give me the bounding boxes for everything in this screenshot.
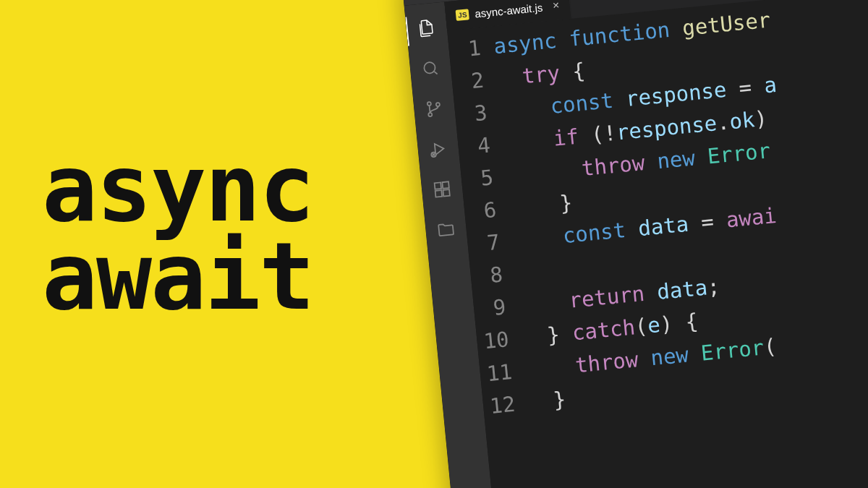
line-number: 4 xyxy=(457,129,492,164)
branch-icon xyxy=(424,98,445,121)
files-icon xyxy=(417,18,438,41)
activity-extensions[interactable] xyxy=(420,170,464,211)
line-number: 12 xyxy=(482,388,516,424)
hero-title: async await xyxy=(42,145,313,320)
code-editor[interactable]: 123456789101112 async function getUser t… xyxy=(447,0,868,488)
svg-point-1 xyxy=(427,102,431,106)
activity-explorer[interactable] xyxy=(405,9,449,50)
svg-rect-5 xyxy=(435,182,441,189)
svg-rect-7 xyxy=(443,189,449,196)
activity-search[interactable] xyxy=(409,49,453,90)
line-number: 6 xyxy=(463,194,498,229)
line-number: 9 xyxy=(472,291,507,326)
hero-line-2: await xyxy=(42,233,313,321)
svg-point-3 xyxy=(436,103,440,106)
js-badge-icon: JS xyxy=(456,9,470,21)
activity-source-control[interactable] xyxy=(412,90,456,131)
line-number: 1 xyxy=(448,32,482,67)
svg-rect-8 xyxy=(442,181,448,188)
line-number: 5 xyxy=(460,161,495,197)
extensions-icon xyxy=(432,179,453,202)
folder-icon xyxy=(435,220,456,243)
search-icon xyxy=(420,59,441,82)
line-number: 7 xyxy=(467,226,501,262)
line-number: 11 xyxy=(479,356,514,391)
close-icon[interactable]: × xyxy=(552,0,560,12)
activity-run-debug[interactable] xyxy=(417,130,461,171)
vscode-window: Файл Правка Выделение Вид Переход Выполн… xyxy=(401,0,868,488)
tab-filename: async-await.js xyxy=(475,1,543,20)
svg-point-2 xyxy=(428,113,432,116)
line-number: 10 xyxy=(476,323,511,359)
line-number: 2 xyxy=(451,64,485,100)
activity-folder[interactable] xyxy=(424,210,468,252)
editor-area: JS async-await.js × 123456789101112 asyn… xyxy=(444,0,868,488)
line-number: 8 xyxy=(469,259,504,294)
debug-icon xyxy=(428,139,449,162)
hero-line-1: async xyxy=(42,145,313,233)
svg-point-0 xyxy=(424,61,436,74)
code-lines: async function getUser try { const respo… xyxy=(493,0,868,488)
line-number: 3 xyxy=(454,97,488,132)
svg-rect-6 xyxy=(435,190,442,197)
